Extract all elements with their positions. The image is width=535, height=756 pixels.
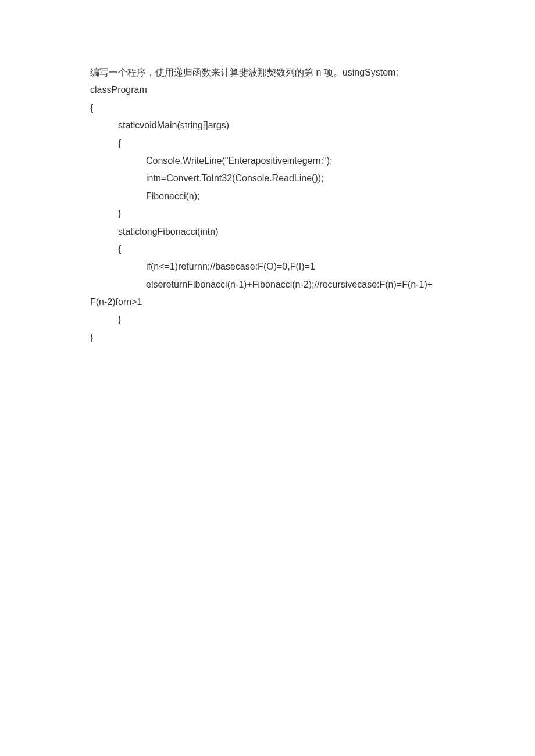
code-line: Console.WriteLine("Enterapositiveinteger…: [90, 152, 445, 170]
code-line: elsereturnFibonacci(n-1)+Fibonacci(n-2);…: [90, 276, 445, 293]
code-line: Fibonacci(n);: [90, 188, 445, 205]
code-line: }: [90, 205, 445, 223]
code-line: {: [90, 135, 445, 152]
code-line: }: [90, 329, 445, 346]
document-body: 编写一个程序，使用递归函数来计算斐波那契数列的第 n 项。usingSystem…: [90, 64, 445, 346]
code-line: F(n-2)forn>1: [90, 293, 445, 311]
code-line: staticlongFibonacci(intn): [90, 223, 445, 241]
code-line: intn=Convert.ToInt32(Console.ReadLine())…: [90, 170, 445, 187]
code-line: if(n<=1)returnn;//basecase:F(O)=0,F(I)=1: [90, 258, 445, 275]
code-line: }: [90, 311, 445, 328]
code-line: {: [90, 241, 445, 258]
code-line: staticvoidMain(string[]args): [90, 117, 445, 134]
code-line: {: [90, 99, 445, 117]
code-line: classProgram: [90, 81, 445, 99]
code-line: 编写一个程序，使用递归函数来计算斐波那契数列的第 n 项。usingSystem…: [90, 64, 445, 81]
